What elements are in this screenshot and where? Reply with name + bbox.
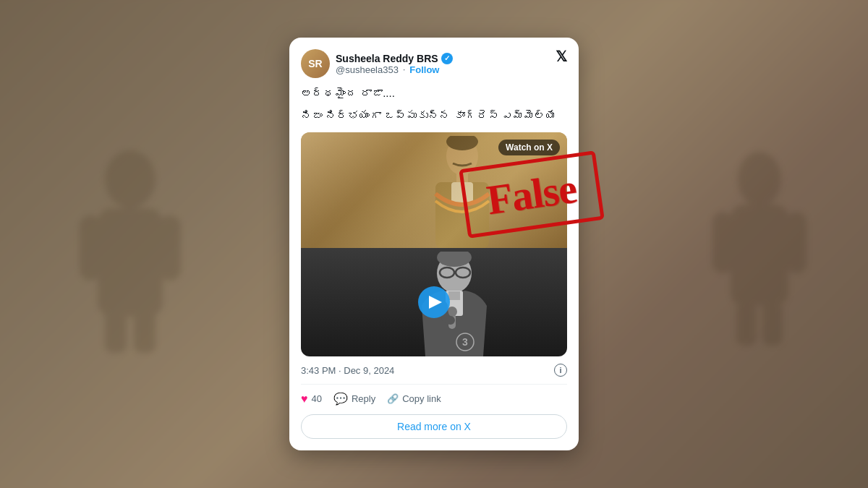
reply-action[interactable]: 💬 Reply: [333, 392, 375, 406]
bg-decoration-right: [694, 143, 825, 346]
svg-rect-26: [736, 302, 757, 346]
user-name: Susheela Reddy BRS: [336, 53, 438, 64]
tweet-card: SR Susheela Reddy BRS ✓ @susheela353 · F…: [289, 38, 579, 450]
svg-rect-1: [98, 208, 163, 317]
copy-link-label: Copy link: [402, 393, 441, 404]
divider: [301, 384, 567, 385]
svg-rect-3: [159, 215, 181, 281]
follow-button[interactable]: Follow: [409, 64, 439, 75]
verified-badge: ✓: [441, 53, 453, 64]
svg-rect-19: [448, 291, 460, 300]
watch-on-x-btn[interactable]: Watch on X: [498, 140, 560, 155]
handle-separator: ·: [403, 64, 405, 74]
x-logo: 𝕏: [556, 49, 567, 64]
svg-rect-2: [80, 215, 101, 281]
svg-rect-24: [712, 212, 733, 273]
svg-point-0: [105, 150, 156, 208]
false-stamp-text: False: [484, 165, 579, 224]
bg-decoration-left: [58, 136, 203, 353]
link-icon: 🔗: [387, 393, 399, 404]
timestamp: 3:43 PM · Dec 9, 2024: [301, 365, 394, 376]
svg-text:3: 3: [462, 336, 468, 348]
play-button[interactable]: [418, 286, 450, 318]
svg-rect-4: [105, 309, 127, 353]
timestamp-row: 3:43 PM · Dec 9, 2024 i: [301, 364, 567, 377]
tweet-line2: నిజం నిర్భయంగా ఒప్పుకున్న కాంగ్రెస్ ఎమ్మ…: [301, 108, 567, 124]
bubble-icon: 💬: [333, 392, 348, 406]
actions-row: ♥ 40 💬 Reply 🔗 Copy link: [301, 392, 567, 406]
svg-rect-5: [134, 309, 156, 353]
user-info: SR Susheela Reddy BRS ✓ @susheela353 · F…: [301, 49, 453, 78]
svg-point-22: [738, 152, 781, 207]
user-details: Susheela Reddy BRS ✓ @susheela353 · Foll…: [336, 53, 453, 75]
svg-rect-23: [731, 205, 788, 306]
like-action[interactable]: ♥ 40: [301, 393, 322, 406]
user-handle: @susheela353: [336, 64, 399, 75]
user-name-row: Susheela Reddy BRS ✓: [336, 53, 453, 64]
svg-rect-27: [762, 302, 783, 346]
tweet-header: SR Susheela Reddy BRS ✓ @susheela353 · F…: [301, 49, 567, 78]
tweet-line1: అర్థమైంద రాజా....: [301, 85, 567, 102]
like-count: 40: [312, 393, 322, 404]
page-wrapper: SR Susheela Reddy BRS ✓ @susheela353 · F…: [0, 0, 868, 488]
copy-link-action[interactable]: 🔗 Copy link: [387, 393, 441, 404]
video-bottom-frame: 3: [301, 248, 567, 356]
info-icon[interactable]: i: [554, 364, 567, 377]
svg-rect-25: [786, 212, 807, 273]
tweet-text: అర్థమైంద రాజా.... నిజం నిర్భయంగా ఒప్పుకు…: [301, 85, 567, 124]
reply-label: Reply: [352, 393, 375, 404]
play-icon: [429, 296, 442, 309]
heart-icon: ♥: [301, 393, 308, 406]
read-more-button[interactable]: Read more on X: [301, 414, 567, 439]
avatar: SR: [301, 49, 330, 78]
